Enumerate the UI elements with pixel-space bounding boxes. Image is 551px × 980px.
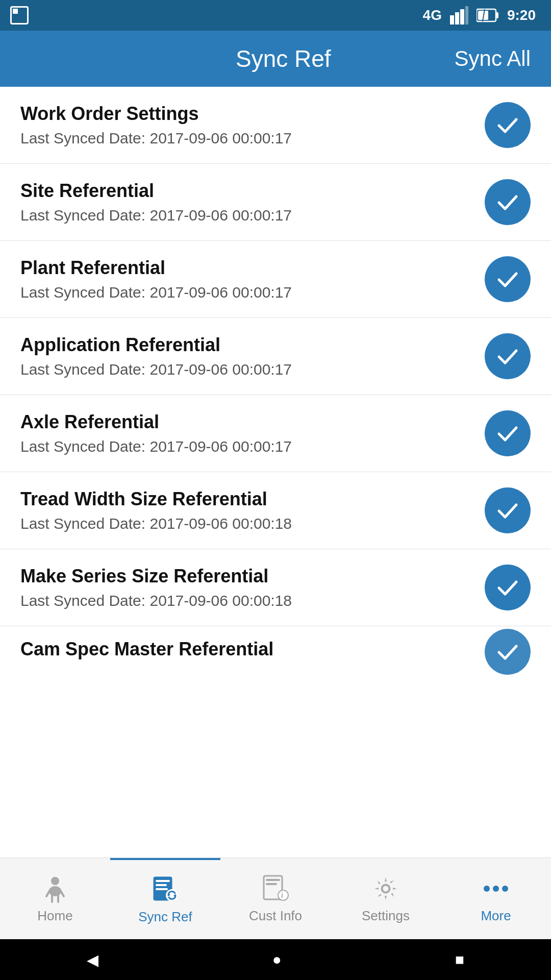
nav-item-settings[interactable]: Settings	[331, 858, 441, 939]
bottom-nav: Home Sync Ref	[0, 857, 551, 939]
list-item-title: Work Order Settings	[20, 103, 485, 125]
checkmark-icon	[495, 266, 520, 292]
recent-button[interactable]: ■	[455, 951, 464, 968]
list-item[interactable]: Site Referential Last Synced Date: 2017-…	[0, 164, 551, 241]
list-item-partial[interactable]: Cam Spec Master Referential	[0, 626, 551, 677]
nav-item-more[interactable]: More	[441, 858, 551, 939]
svg-point-28	[484, 886, 490, 892]
list-item-title: Make Series Size Referential	[20, 566, 485, 587]
svg-rect-22	[266, 879, 280, 881]
status-right: 4G 9:20	[423, 6, 536, 24]
svg-rect-0	[450, 15, 454, 24]
nav-item-label: More	[481, 908, 511, 924]
list-item-title: Site Referential	[20, 180, 485, 202]
home-button[interactable]: ●	[272, 951, 281, 968]
check-circle[interactable]	[485, 487, 531, 533]
cust-info-icon: i	[260, 873, 291, 904]
svg-rect-15	[156, 880, 170, 882]
list-item[interactable]: Tread Width Size Referential Last Synced…	[0, 472, 551, 549]
nav-item-label: Cust Info	[249, 908, 302, 924]
battery-icon	[477, 8, 499, 23]
list-item-title: Axle Referential	[20, 411, 485, 433]
list-item-title: Cam Spec Master Referential	[20, 639, 485, 660]
list-item-text: Site Referential Last Synced Date: 2017-…	[20, 180, 485, 224]
nav-item-label: Settings	[362, 908, 410, 924]
checkmark-icon	[495, 421, 520, 446]
sync-list: Work Order Settings Last Synced Date: 20…	[0, 87, 551, 857]
signal-icon	[450, 6, 468, 24]
status-bar: 4G 9:20	[0, 0, 551, 31]
app-header: Sync Ref Sync All	[0, 31, 551, 87]
sim-icon	[10, 6, 29, 24]
android-nav-bar: ◀ ● ■	[0, 939, 551, 980]
status-bar-left	[10, 0, 29, 31]
nav-item-label: Sync Ref	[138, 909, 192, 925]
list-item-title: Tread Width Size Referential	[20, 488, 485, 510]
svg-point-30	[502, 886, 508, 892]
list-item-subtitle: Last Synced Date: 2017-09-06 00:00:17	[20, 284, 485, 301]
check-circle[interactable]	[485, 179, 531, 225]
list-item-text: Application Referential Last Synced Date…	[20, 334, 485, 378]
svg-rect-16	[156, 884, 167, 886]
nav-item-home[interactable]: Home	[0, 858, 110, 939]
list-item-subtitle: Last Synced Date: 2017-09-06 00:00:17	[20, 361, 485, 378]
list-item[interactable]: Application Referential Last Synced Date…	[0, 318, 551, 395]
checkmark-icon	[495, 344, 520, 369]
svg-rect-2	[460, 9, 464, 24]
checkmark-icon	[495, 498, 520, 523]
list-item[interactable]: Make Series Size Referential Last Synced…	[0, 549, 551, 626]
check-circle[interactable]	[485, 565, 531, 610]
svg-point-29	[493, 886, 499, 892]
list-item-subtitle: Last Synced Date: 2017-09-06 00:00:17	[20, 207, 485, 224]
list-item-subtitle: Last Synced Date: 2017-09-06 00:00:17	[20, 438, 485, 455]
svg-rect-5	[496, 12, 498, 18]
back-button[interactable]: ◀	[87, 951, 98, 969]
checkmark-icon	[495, 189, 520, 215]
svg-point-24	[278, 890, 288, 900]
list-item-text: Plant Referential Last Synced Date: 2017…	[20, 257, 485, 301]
list-item-text: Make Series Size Referential Last Synced…	[20, 566, 485, 609]
nav-item-label: Home	[37, 908, 72, 924]
svg-point-8	[51, 877, 59, 885]
list-item[interactable]: Axle Referential Last Synced Date: 2017-…	[0, 395, 551, 472]
list-item-text: Work Order Settings Last Synced Date: 20…	[20, 103, 485, 147]
check-circle[interactable]	[485, 629, 531, 675]
check-circle[interactable]	[485, 333, 531, 379]
svg-rect-23	[266, 883, 277, 885]
page-title: Sync Ref	[112, 45, 455, 72]
svg-point-27	[382, 885, 389, 892]
more-icon	[481, 873, 511, 904]
checkmark-icon	[495, 639, 520, 665]
checkmark-icon	[495, 112, 520, 138]
list-item-text: Tread Width Size Referential Last Synced…	[20, 488, 485, 532]
svg-point-9	[49, 886, 61, 896]
nav-item-sync-ref[interactable]: Sync Ref	[110, 858, 220, 939]
list-item-subtitle: Last Synced Date: 2017-09-06 00:00:18	[20, 592, 485, 609]
list-item[interactable]: Plant Referential Last Synced Date: 2017…	[0, 241, 551, 318]
clock: 9:20	[507, 7, 536, 23]
list-item[interactable]: Work Order Settings Last Synced Date: 20…	[0, 87, 551, 164]
sync-all-button[interactable]: Sync All	[455, 46, 531, 71]
list-item-text: Cam Spec Master Referential	[20, 639, 485, 665]
svg-rect-17	[156, 888, 168, 890]
list-item-text: Axle Referential Last Synced Date: 2017-…	[20, 411, 485, 455]
svg-text:i: i	[281, 891, 283, 899]
home-icon	[40, 873, 70, 904]
list-item-title: Plant Referential	[20, 257, 485, 279]
checkmark-icon	[495, 575, 520, 600]
settings-icon	[370, 873, 401, 904]
list-item-subtitle: Last Synced Date: 2017-09-06 00:00:18	[20, 515, 485, 532]
svg-rect-1	[455, 12, 459, 24]
list-item-subtitle: Last Synced Date: 2017-09-06 00:00:17	[20, 130, 485, 147]
nav-item-cust-info[interactable]: i Cust Info	[220, 858, 331, 939]
sync-ref-icon	[150, 874, 181, 905]
network-indicator: 4G	[423, 7, 442, 23]
check-circle[interactable]	[485, 410, 531, 456]
check-circle[interactable]	[485, 102, 531, 148]
svg-rect-3	[465, 6, 468, 24]
check-circle[interactable]	[485, 256, 531, 302]
list-item-title: Application Referential	[20, 334, 485, 356]
